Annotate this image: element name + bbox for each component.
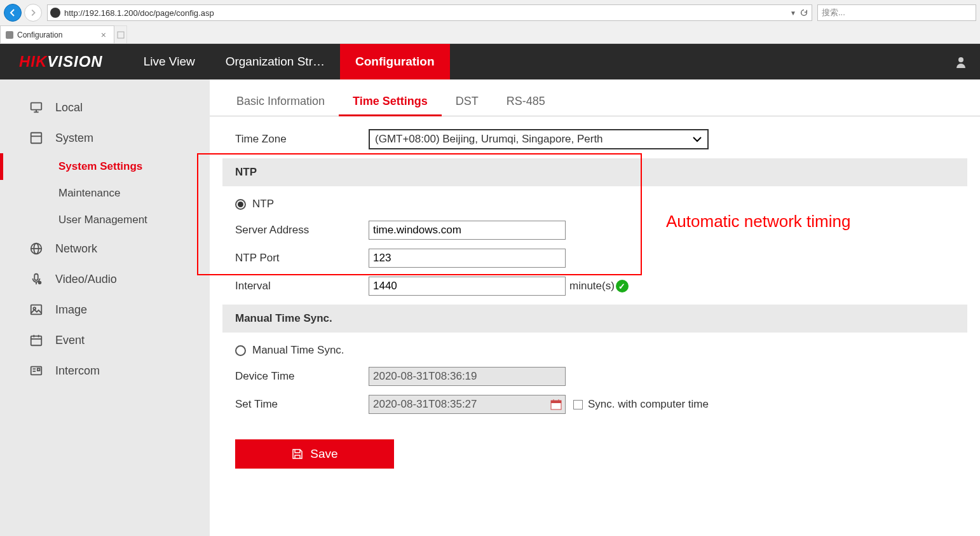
row-ntp-port: NTP Port xyxy=(235,249,967,268)
nav-live-view[interactable]: Live View xyxy=(128,44,210,79)
save-button[interactable]: Save xyxy=(235,439,394,469)
section-ntp-header: NTP xyxy=(222,158,967,186)
logo: HIKVISION xyxy=(0,53,122,71)
browser-tabs: Configuration × xyxy=(0,25,980,43)
annotation-text: Automatic network timing xyxy=(666,212,850,231)
image-icon xyxy=(29,302,44,317)
radio-manual[interactable] xyxy=(235,345,246,356)
refresh-button[interactable] xyxy=(799,8,809,18)
set-time-input[interactable] xyxy=(369,395,566,414)
browser-search-input[interactable]: 搜索... xyxy=(817,4,976,21)
url-text: http://192.168.1.200/doc/page/config.asp xyxy=(64,8,790,18)
timezone-label: Time Zone xyxy=(235,133,369,146)
tab-rs485[interactable]: RS-485 xyxy=(493,88,559,116)
content-area: Basic Information Time Settings DST RS-4… xyxy=(210,79,980,536)
svg-rect-5 xyxy=(31,133,42,144)
device-time-label: Device Time xyxy=(235,370,369,383)
sidebar-item-video-audio[interactable]: Video/Audio xyxy=(0,264,210,294)
mic-icon xyxy=(29,271,44,287)
sidebar: Local System System Settings Maintenance… xyxy=(0,79,210,536)
section-manual-header: Manual Time Sync. xyxy=(222,305,967,333)
svg-rect-20 xyxy=(37,368,40,371)
tab-dst[interactable]: DST xyxy=(442,88,493,116)
sidebar-item-network[interactable]: Network xyxy=(0,233,210,264)
svg-rect-10 xyxy=(34,274,38,280)
app-body: Local System System Settings Maintenance… xyxy=(0,79,980,536)
sidebar-sub-system-settings[interactable]: System Settings xyxy=(0,153,210,180)
sidebar-item-label: Local xyxy=(55,101,83,114)
sidebar-sub-maintenance[interactable]: Maintenance xyxy=(0,180,210,207)
interval-input[interactable] xyxy=(369,277,566,296)
svg-rect-24 xyxy=(551,401,561,403)
check-ok-icon: ✓ xyxy=(616,280,629,292)
site-icon xyxy=(50,8,60,18)
sidebar-item-label: Event xyxy=(55,334,85,347)
sync-computer-checkbox[interactable] xyxy=(573,400,583,409)
row-device-time: Device Time xyxy=(235,367,967,386)
svg-rect-15 xyxy=(31,336,42,346)
set-time-label: Set Time xyxy=(235,398,369,411)
browser-toolbar: http://192.168.1.200/doc/page/config.asp… xyxy=(0,0,980,25)
sidebar-item-label: Intercom xyxy=(55,364,100,378)
sidebar-item-local[interactable]: Local xyxy=(0,92,210,123)
monitor-icon xyxy=(29,100,44,115)
row-server-address: Server Address xyxy=(235,221,967,240)
sidebar-item-label: Image xyxy=(55,303,87,317)
row-interval: Interval minute(s) ✓ xyxy=(235,277,967,296)
svg-rect-13 xyxy=(31,305,42,315)
form-area: Time Zone (GMT+08:00) Beijing, Urumqi, S… xyxy=(210,116,980,469)
device-time-input xyxy=(369,367,566,386)
server-address-input[interactable] xyxy=(369,221,566,240)
radio-manual-label: Manual Time Sync. xyxy=(252,344,344,357)
tab-favicon xyxy=(6,31,13,39)
browser-chrome: http://192.168.1.200/doc/page/config.asp… xyxy=(0,0,980,44)
sidebar-item-image[interactable]: Image xyxy=(0,294,210,325)
radio-ntp[interactable] xyxy=(235,199,246,210)
globe-icon xyxy=(29,241,44,256)
row-timezone: Time Zone (GMT+08:00) Beijing, Urumqi, S… xyxy=(235,129,967,149)
tab-time-settings[interactable]: Time Settings xyxy=(339,88,442,116)
tab-close-button[interactable]: × xyxy=(99,30,109,40)
interval-unit: minute(s) xyxy=(569,280,615,292)
ntp-port-input[interactable] xyxy=(369,249,566,268)
tab-basic-information[interactable]: Basic Information xyxy=(222,88,339,116)
svg-rect-0 xyxy=(118,32,124,38)
system-icon xyxy=(29,130,44,146)
sidebar-item-label: Network xyxy=(55,242,97,256)
nav-configuration[interactable]: Configuration xyxy=(340,44,450,79)
radio-ntp-row[interactable]: NTP xyxy=(235,198,967,210)
tab-title: Configuration xyxy=(17,31,62,39)
ntp-port-label: NTP Port xyxy=(235,252,369,265)
svg-rect-2 xyxy=(31,103,42,110)
svg-point-12 xyxy=(38,281,42,285)
timezone-value: (GMT+08:00) Beijing, Urumqi, Singapore, … xyxy=(375,133,603,146)
url-dropdown-icon[interactable]: ▼ xyxy=(790,10,796,17)
server-address-label: Server Address xyxy=(235,224,369,237)
browser-tab-active[interactable]: Configuration × xyxy=(0,25,114,43)
sidebar-item-system[interactable]: System xyxy=(0,123,210,153)
sub-tabs: Basic Information Time Settings DST RS-4… xyxy=(210,88,980,116)
sync-computer-label: Sync. with computer time xyxy=(588,398,709,411)
sidebar-item-label: System xyxy=(55,132,93,145)
sidebar-item-intercom[interactable]: Intercom xyxy=(0,355,210,386)
sidebar-sub-user-management[interactable]: User Management xyxy=(0,207,210,233)
calendar-picker-icon[interactable] xyxy=(550,398,562,411)
radio-ntp-label: NTP xyxy=(252,198,274,210)
save-icon xyxy=(291,448,304,460)
row-set-time: Set Time Sync. with computer time xyxy=(235,395,967,414)
sync-computer-checkbox-row[interactable]: Sync. with computer time xyxy=(573,398,709,411)
new-tab-button[interactable] xyxy=(114,25,127,43)
timezone-select[interactable]: (GMT+08:00) Beijing, Urumqi, Singapore, … xyxy=(369,129,709,149)
url-bar[interactable]: http://192.168.1.200/doc/page/config.asp… xyxy=(47,4,812,21)
sidebar-item-event[interactable]: Event xyxy=(0,325,210,355)
sidebar-item-label: Video/Audio xyxy=(55,273,117,286)
user-icon[interactable] xyxy=(942,55,980,68)
svg-point-1 xyxy=(958,57,963,62)
interval-label: Interval xyxy=(235,280,369,292)
forward-button[interactable] xyxy=(24,4,42,22)
back-button[interactable] xyxy=(4,4,22,22)
calendar-icon xyxy=(29,333,44,348)
nav-organization[interactable]: Organization Str… xyxy=(210,44,340,79)
main-nav: Live View Organization Str… Configuratio… xyxy=(128,44,450,79)
radio-manual-row[interactable]: Manual Time Sync. xyxy=(235,344,967,357)
